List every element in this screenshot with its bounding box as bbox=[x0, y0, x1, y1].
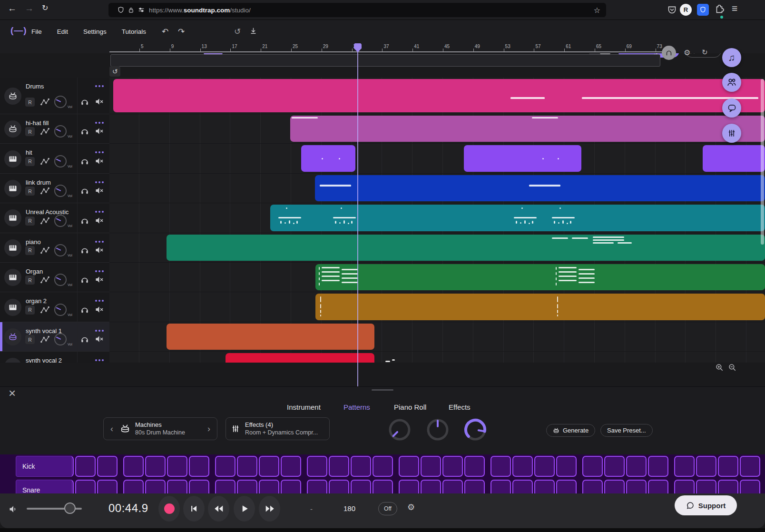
solo-headphones-icon[interactable] bbox=[80, 217, 89, 225]
step-cell[interactable] bbox=[718, 480, 738, 493]
record-arm-button[interactable]: R bbox=[25, 335, 35, 344]
audio-clip[interactable] bbox=[167, 235, 765, 261]
mute-icon[interactable] bbox=[95, 246, 104, 254]
piano-instrument-icon[interactable] bbox=[4, 180, 21, 197]
solo-headphones-icon[interactable] bbox=[80, 98, 89, 106]
tab-patterns[interactable]: Patterns bbox=[343, 403, 370, 411]
drum-machine-icon[interactable] bbox=[4, 88, 21, 105]
track-header-organ-2[interactable]: organ 2RVol bbox=[0, 292, 109, 322]
prev-instrument-icon[interactable]: ‹ bbox=[108, 424, 115, 434]
step-cell[interactable] bbox=[696, 480, 716, 493]
automation-icon[interactable] bbox=[40, 98, 50, 106]
mute-icon[interactable] bbox=[95, 276, 104, 284]
effects-selector[interactable]: Effects (4) Room + Dynamics Compr... bbox=[226, 417, 330, 440]
step-cell[interactable] bbox=[534, 480, 555, 493]
menu-edit[interactable]: Edit bbox=[57, 28, 68, 35]
step-cell[interactable] bbox=[626, 456, 647, 477]
audio-clip[interactable] bbox=[270, 205, 765, 231]
automation-icon[interactable] bbox=[40, 217, 50, 225]
bookmark-star-icon[interactable]: ☆ bbox=[594, 6, 600, 15]
step-cell[interactable] bbox=[189, 456, 209, 477]
track-options-icon[interactable] bbox=[95, 330, 104, 332]
record-arm-button[interactable]: R bbox=[25, 276, 35, 285]
step-cell[interactable] bbox=[351, 480, 371, 493]
piano-instrument-icon[interactable] bbox=[4, 299, 21, 316]
track-volume-knob[interactable]: Vol bbox=[54, 274, 67, 286]
piano-instrument-icon[interactable] bbox=[4, 150, 21, 167]
skip-to-start-button[interactable] bbox=[183, 496, 205, 522]
drum-machine-icon[interactable] bbox=[4, 358, 21, 363]
panel-resize-handle[interactable] bbox=[372, 389, 393, 391]
zoom-in-button[interactable] bbox=[715, 363, 724, 372]
audio-clip[interactable] bbox=[464, 145, 581, 171]
track-volume-knob[interactable]: Vol bbox=[54, 333, 67, 345]
step-cell[interactable] bbox=[464, 480, 485, 493]
track-options-icon[interactable] bbox=[95, 122, 104, 124]
step-cell[interactable] bbox=[329, 480, 349, 493]
tab-instrument[interactable]: Instrument bbox=[287, 403, 321, 411]
solo-headphones-icon[interactable] bbox=[80, 157, 89, 165]
track-options-icon[interactable] bbox=[95, 359, 104, 361]
support-button[interactable]: Support bbox=[675, 495, 737, 515]
step-cell[interactable] bbox=[442, 456, 463, 477]
step-cell[interactable] bbox=[718, 456, 738, 477]
step-cell[interactable] bbox=[215, 456, 235, 477]
mixer-button[interactable] bbox=[722, 124, 741, 143]
generate-button[interactable]: Generate bbox=[546, 424, 595, 437]
step-cell[interactable] bbox=[97, 456, 118, 477]
url-text[interactable]: https://www.soundtrap.com/studio/ bbox=[149, 7, 251, 14]
step-cell[interactable] bbox=[582, 480, 603, 493]
track-volume-knob[interactable]: Vol bbox=[54, 215, 67, 227]
loops-library-button[interactable]: ♫ bbox=[722, 48, 741, 67]
step-cell[interactable] bbox=[145, 480, 166, 493]
volume-knob[interactable]: Volume bbox=[463, 417, 488, 442]
metronome-off-button[interactable]: Off bbox=[378, 502, 397, 515]
step-cell[interactable] bbox=[582, 456, 603, 477]
step-cell[interactable] bbox=[307, 456, 327, 477]
step-cell[interactable] bbox=[123, 456, 144, 477]
automation-icon[interactable] bbox=[40, 127, 50, 136]
automation-icon[interactable] bbox=[40, 305, 50, 314]
cycle-icon[interactable]: ↻ bbox=[702, 48, 708, 57]
step-cell[interactable] bbox=[399, 456, 419, 477]
menu-tutorials[interactable]: Tutorials bbox=[122, 28, 146, 35]
loop-toggle-button[interactable]: ↺ bbox=[109, 66, 120, 77]
track-header-synth-vocal-2[interactable]: synth vocal 2RVol bbox=[0, 352, 109, 363]
step-cell[interactable] bbox=[75, 480, 96, 493]
time-signature[interactable]: - bbox=[310, 505, 313, 513]
vertical-scrollbar[interactable] bbox=[761, 79, 764, 245]
record-arm-button[interactable]: R bbox=[25, 305, 35, 315]
track-options-icon[interactable] bbox=[95, 241, 104, 243]
track-options-icon[interactable] bbox=[95, 211, 104, 213]
step-cell[interactable] bbox=[215, 480, 235, 493]
automation-icon[interactable] bbox=[40, 276, 50, 284]
step-cell[interactable] bbox=[167, 480, 187, 493]
step-cell[interactable] bbox=[421, 480, 441, 493]
piano-instrument-icon[interactable] bbox=[4, 209, 21, 227]
mute-icon[interactable] bbox=[95, 305, 104, 314]
record-arm-button[interactable]: R bbox=[25, 246, 35, 255]
record-button[interactable] bbox=[158, 496, 180, 522]
piano-instrument-icon[interactable] bbox=[4, 239, 21, 256]
record-arm-button[interactable]: R bbox=[25, 98, 35, 107]
record-arm-button[interactable]: R bbox=[25, 127, 35, 136]
volume-slider-thumb[interactable] bbox=[64, 502, 76, 514]
audio-clip[interactable] bbox=[315, 294, 765, 320]
track-volume-knob[interactable]: Vol bbox=[54, 304, 67, 316]
step-cell[interactable] bbox=[259, 456, 279, 477]
redo-icon[interactable]: ↷ bbox=[178, 27, 185, 37]
audio-clip[interactable] bbox=[290, 116, 765, 142]
master-volume-slider[interactable] bbox=[27, 508, 82, 510]
mute-icon[interactable] bbox=[95, 157, 104, 165]
step-cell[interactable] bbox=[604, 456, 625, 477]
close-panel-icon[interactable]: × bbox=[9, 386, 16, 401]
undo-icon[interactable]: ↶ bbox=[162, 27, 168, 37]
transport-settings-gear-icon[interactable]: ⚙ bbox=[407, 502, 415, 512]
track-options-icon[interactable] bbox=[95, 300, 104, 302]
step-cell[interactable] bbox=[373, 480, 393, 493]
solo-headphones-icon[interactable] bbox=[80, 127, 89, 135]
extensions-puzzle-icon[interactable] bbox=[714, 4, 725, 14]
track-header-link-drum[interactable]: link drumRVol bbox=[0, 174, 109, 203]
instrument-selector[interactable]: ‹ Machines 80s Drum Machine › bbox=[103, 417, 217, 440]
automation-icon[interactable] bbox=[40, 335, 50, 344]
